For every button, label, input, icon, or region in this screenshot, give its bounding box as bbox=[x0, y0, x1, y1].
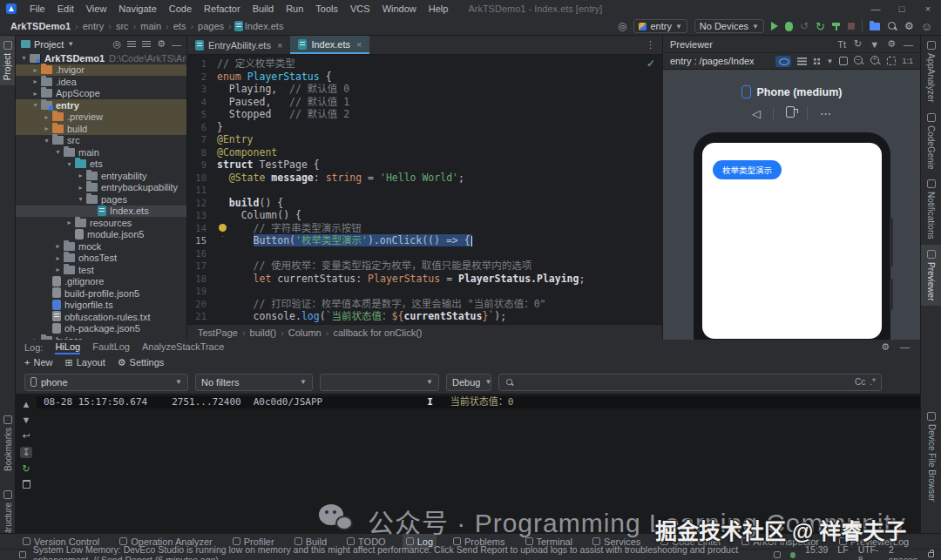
tree-collapse-arrow[interactable]: ▾ bbox=[53, 148, 63, 156]
breadcrumb-item-entry[interactable]: entry bbox=[81, 21, 105, 31]
zoom-out-icon[interactable]: – bbox=[854, 56, 864, 66]
log-tab-hilog[interactable]: HiLog bbox=[55, 340, 80, 354]
tree-item-obfuscation-rules-txt[interactable]: obfuscation-rules.txt bbox=[16, 311, 186, 323]
search-icon[interactable] bbox=[887, 21, 897, 31]
layers-icon[interactable] bbox=[797, 57, 807, 65]
tree-item-hvigor[interactable]: ▸.hvigor bbox=[16, 64, 186, 77]
tree-item-hvigorfile-ts[interactable]: hvigorfile.ts bbox=[16, 300, 186, 312]
tree-expand-arrow[interactable]: ▸ bbox=[30, 66, 40, 74]
grid-view-icon[interactable] bbox=[813, 57, 821, 65]
panel-settings-icon[interactable]: ⚙ bbox=[157, 38, 166, 50]
editor-breadcrumb-testpage[interactable]: TestPage bbox=[196, 327, 240, 338]
hide-panel-icon[interactable]: — bbox=[172, 39, 181, 50]
right-strip-tab-device-file-browser[interactable]: Device File Browser bbox=[921, 407, 941, 507]
tree-collapse-arrow[interactable]: ▾ bbox=[30, 101, 40, 109]
tree-expand-arrow[interactable]: ▸ bbox=[42, 113, 51, 121]
attach-debugger-icon[interactable]: ↺ bbox=[800, 20, 809, 32]
tree-item-index-ets[interactable]: Index.ets bbox=[16, 206, 186, 218]
hide-previewer-icon[interactable]: — bbox=[904, 39, 913, 50]
log-tab-faultlog[interactable]: FaultLog bbox=[92, 340, 130, 354]
menu-item-tools[interactable]: Tools bbox=[309, 0, 344, 17]
intention-bulb-icon[interactable] bbox=[219, 224, 227, 232]
more-icon[interactable]: ⋯ bbox=[808, 107, 843, 120]
tree-expand-arrow[interactable]: ▸ bbox=[76, 184, 85, 192]
tree-expand-arrow[interactable]: ▸ bbox=[53, 254, 63, 262]
log-device-select[interactable]: phone ▼ bbox=[24, 374, 188, 391]
locate-file-icon[interactable]: ◎ bbox=[113, 38, 122, 50]
tree-collapse-arrow[interactable]: ▾ bbox=[76, 195, 85, 203]
locate-icon[interactable]: ◎ bbox=[618, 21, 626, 31]
code-line-9[interactable]: 9struct TestPage { bbox=[187, 159, 662, 172]
breadcrumb-item-ets[interactable]: ets bbox=[172, 21, 188, 31]
actual-size-icon[interactable]: 1:1 bbox=[902, 57, 913, 65]
tree-item-gitignore[interactable]: .gitignore bbox=[16, 276, 186, 288]
zoom-in-icon[interactable]: + bbox=[870, 56, 881, 66]
code-line-7[interactable]: 7@Entry bbox=[187, 133, 662, 146]
minimize-button[interactable]: — bbox=[863, 0, 889, 17]
tree-item-test[interactable]: ▸test bbox=[16, 264, 186, 276]
tree-expand-arrow[interactable]: ▸ bbox=[64, 219, 74, 226]
menu-item-help[interactable]: Help bbox=[423, 0, 455, 17]
code-line-16[interactable]: 16 bbox=[187, 247, 662, 260]
hide-log-icon[interactable]: — bbox=[900, 341, 910, 353]
code-line-4[interactable]: 4 Paused, // 默认值 1 bbox=[187, 96, 662, 109]
collapse-all-icon[interactable] bbox=[142, 41, 151, 48]
restart-log-icon[interactable]: ↻ bbox=[22, 463, 30, 475]
preview-eye-icon[interactable] bbox=[775, 56, 791, 67]
run-config-select[interactable]: entry ▼ bbox=[633, 19, 687, 33]
expand-all-icon[interactable] bbox=[127, 41, 136, 48]
tree-expand-arrow[interactable]: ▸ bbox=[53, 266, 63, 273]
stop-icon[interactable] bbox=[848, 23, 855, 30]
profile-icon[interactable]: ☺ bbox=[921, 21, 932, 32]
log-filter-select[interactable]: No filters ▼ bbox=[195, 374, 313, 391]
code-line-10[interactable]: 10 @State message: string = 'Hello World… bbox=[187, 172, 662, 185]
lock-icon[interactable] bbox=[928, 552, 934, 557]
code-line-12[interactable]: 12 build() { bbox=[187, 197, 662, 210]
maximize-button[interactable]: □ bbox=[889, 0, 915, 17]
editor-tab-options-icon[interactable]: ⋮ bbox=[639, 36, 662, 54]
code-line-17[interactable]: 17 // 使用枚举：变量类型指定为枚举，取值只能是枚举内的选项 bbox=[187, 260, 662, 273]
editor-tab-entryability-ets[interactable]: EntryAbility.ets× bbox=[187, 36, 290, 54]
status-utf-8[interactable]: UTF-8 bbox=[858, 544, 879, 560]
code-line-1[interactable]: 1// 定义枚举类型 bbox=[187, 57, 662, 71]
tree-item-mock[interactable]: ▸mock bbox=[16, 240, 186, 253]
tree-item-idea[interactable]: ▸.idea bbox=[16, 76, 186, 88]
code-line-11[interactable]: 11 bbox=[187, 184, 662, 197]
code-line-6[interactable]: 6} bbox=[187, 121, 662, 134]
log-action-layout[interactable]: ⊞Layout bbox=[64, 357, 105, 368]
tree-item-module-json5[interactable]: module.json5 bbox=[16, 229, 186, 241]
menu-item-vcs[interactable]: VCS bbox=[344, 0, 376, 17]
regex-toggle[interactable]: .* bbox=[870, 377, 876, 387]
back-icon[interactable]: ◁ bbox=[740, 107, 773, 120]
project-view-select[interactable]: Project ▼ bbox=[21, 39, 74, 50]
code-line-15[interactable]: 15 Button('枚举类型演示').onClick(() => { bbox=[187, 234, 662, 247]
tree-item-ets[interactable]: ▾ets bbox=[16, 159, 186, 171]
tree-item-appscope[interactable]: ▸AppScope bbox=[16, 88, 186, 100]
menu-item-code[interactable]: Code bbox=[163, 0, 198, 17]
code-line-18[interactable]: 18 let currentStatus: PlayerStatus = Pla… bbox=[187, 273, 662, 286]
tree-item-src[interactable]: ▾src bbox=[16, 135, 186, 147]
log-entry-row[interactable]: 08-28 15:17:50.674 2751...72400 A0c0d0/J… bbox=[37, 396, 920, 408]
log-lines[interactable]: 08-28 15:17:50.674 2751...72400 A0c0d0/J… bbox=[37, 394, 920, 533]
code-editor[interactable]: ✓ 1// 定义枚举类型2enum PlayerStatus {3 Playin… bbox=[187, 55, 662, 324]
menu-item-view[interactable]: View bbox=[80, 0, 113, 17]
tree-item-build[interactable]: ▸build bbox=[16, 123, 186, 135]
code-line-20[interactable]: 20 // 打印验证：枚举值本质是数字，这里会输出 "当前状态值：0" bbox=[187, 298, 662, 311]
code-line-19[interactable]: 19 bbox=[187, 285, 662, 298]
soft-wrap-icon[interactable]: ↩ bbox=[22, 430, 30, 442]
breadcrumb-item-main[interactable]: main bbox=[139, 21, 163, 31]
tree-collapse-arrow[interactable]: ▾ bbox=[64, 160, 74, 168]
menu-item-refactor[interactable]: Refactor bbox=[198, 0, 247, 17]
scroll-to-end-icon[interactable]: ↧ bbox=[20, 447, 31, 458]
tree-item-resources[interactable]: ▸resources bbox=[16, 217, 186, 229]
code-line-3[interactable]: 3 Playing, // 默认值 0 bbox=[187, 83, 662, 96]
code-line-13[interactable]: 13 Column() { bbox=[187, 209, 662, 222]
tree-item-entrybackupability[interactable]: ▸entrybackupability bbox=[16, 182, 186, 194]
breadcrumb-item-arktsdemo1[interactable]: ArkTSDemo1 bbox=[9, 21, 72, 31]
chevron-down-icon[interactable]: ▼ bbox=[827, 57, 834, 65]
project-strip-tab[interactable]: Project bbox=[0, 36, 15, 85]
status-15-39[interactable]: 15:39 bbox=[805, 544, 828, 560]
right-strip-tab-appanalyzer[interactable]: AppAnalyzer bbox=[921, 36, 941, 108]
left-strip-tab-bookmarks[interactable]: Bookmarks bbox=[3, 410, 13, 476]
scroll-up-icon[interactable]: ▲ bbox=[22, 399, 31, 409]
